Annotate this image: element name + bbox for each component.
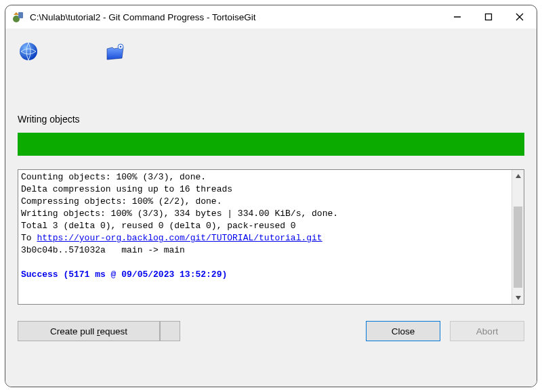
- button-row: Create pull request Close Abort: [18, 321, 524, 341]
- svg-rect-3: [486, 14, 492, 20]
- log-line: Counting objects: 100% (3/3), done.: [21, 172, 206, 182]
- success-line: Success (5171 ms @ 09/05/2023 13:52:29): [21, 269, 227, 280]
- button-label: Create pull request: [50, 326, 127, 336]
- dialog-body: Writing objects Counting objects: 100% (…: [5, 28, 537, 387]
- log-line: Total 3 (delta 0), reused 0 (delta 0), p…: [21, 221, 296, 231]
- log-line: Compressing objects: 100% (2/2), done.: [21, 196, 222, 206]
- svg-point-8: [120, 46, 121, 47]
- globe-icon[interactable]: [18, 41, 39, 62]
- remote-url-link[interactable]: https://your-org.backlog.com/git/TUTORIA…: [37, 233, 322, 243]
- remote-folder-icon[interactable]: [104, 41, 126, 62]
- button-label: Abort: [476, 326, 498, 336]
- scroll-up-icon[interactable]: [512, 170, 524, 182]
- log-line: Delta compression using up to 16 threads: [21, 184, 232, 194]
- minimize-button[interactable]: [442, 6, 473, 28]
- log-line: 3b0c04b..571032a main -> main: [21, 245, 185, 255]
- abort-button: Abort: [450, 321, 524, 341]
- log-line: Writing objects: 100% (3/3), 334 bytes |…: [21, 209, 338, 219]
- button-label: Close: [392, 326, 415, 336]
- create-pull-request-dropdown[interactable]: [160, 321, 180, 341]
- log-text[interactable]: Counting objects: 100% (3/3), done. Delt…: [18, 170, 512, 304]
- scroll-down-icon[interactable]: [512, 292, 524, 304]
- scroll-thumb[interactable]: [514, 206, 522, 288]
- svg-rect-1: [18, 12, 23, 18]
- progress-bar: [18, 133, 524, 156]
- app-icon: [12, 11, 24, 23]
- create-pull-request-button[interactable]: Create pull request: [18, 321, 160, 341]
- titlebar: C:\Nulab\tutorial2 - Git Command Progres…: [5, 5, 537, 28]
- toolbar: [18, 38, 524, 76]
- maximize-button[interactable]: [473, 6, 504, 28]
- close-window-button[interactable]: [504, 6, 535, 28]
- window-title: C:\Nulab\tutorial2 - Git Command Progres…: [30, 12, 442, 22]
- log-scrollbar[interactable]: [512, 170, 524, 304]
- scroll-track[interactable]: [512, 182, 524, 292]
- close-button[interactable]: Close: [366, 321, 440, 341]
- svg-point-6: [20, 43, 37, 60]
- log-output: Counting objects: 100% (3/3), done. Delt…: [18, 169, 524, 305]
- dialog-window: C:\Nulab\tutorial2 - Git Command Progres…: [5, 5, 537, 387]
- status-label: Writing objects: [18, 114, 524, 125]
- log-line: To: [21, 233, 37, 243]
